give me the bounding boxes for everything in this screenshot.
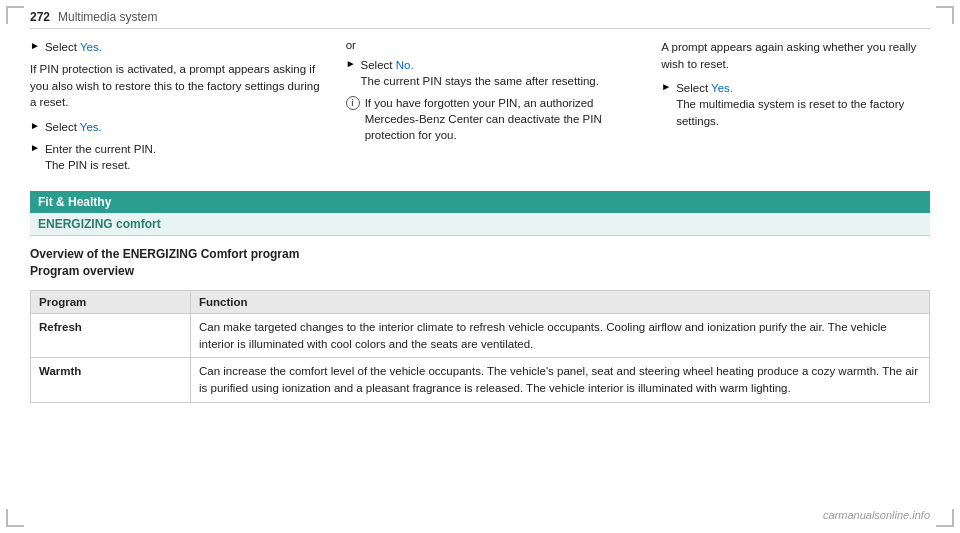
arrow-icon-1: ► bbox=[30, 40, 40, 51]
no-value: No. bbox=[396, 59, 414, 71]
left-enter-pin-text: Enter the current PIN.The PIN is reset. bbox=[45, 141, 156, 173]
right-select-yes-text: Select Yes.The multimedia system is rese… bbox=[676, 80, 930, 128]
energizing-bar: ENERGIZING comfort bbox=[30, 213, 930, 236]
yes-value-2: Yes. bbox=[80, 121, 102, 133]
left-select-yes: ► Select Yes. bbox=[30, 39, 326, 55]
section-title-line2: Program overview bbox=[30, 264, 134, 278]
col-header-program: Program bbox=[31, 290, 191, 313]
section-title-line1: Overview of the ENERGIZING Comfort progr… bbox=[30, 247, 299, 261]
fit-healthy-bar: Fit & Healthy bbox=[30, 191, 930, 213]
left-select-yes2-text: Select Yes. bbox=[45, 119, 102, 135]
corner-mark-bl bbox=[6, 509, 24, 527]
mid-select-no: ► Select No.The current PIN stays the sa… bbox=[346, 57, 642, 89]
arrow-icon-4: ► bbox=[346, 58, 356, 69]
corner-mark-br bbox=[936, 509, 954, 527]
program-table: Program Function Refresh Can make target… bbox=[30, 290, 930, 403]
arrow-icon-5: ► bbox=[661, 81, 671, 92]
function-warmth: Can increase the comfort level of the ve… bbox=[191, 358, 930, 402]
mid-column: or ► Select No.The current PIN stays the… bbox=[346, 39, 642, 179]
left-para1: If PIN protection is activated, a prompt… bbox=[30, 61, 326, 111]
yes-value-1: Yes. bbox=[80, 41, 102, 53]
arrow-icon-3: ► bbox=[30, 142, 40, 153]
three-columns: ► Select Yes. If PIN protection is activ… bbox=[30, 39, 930, 179]
table-body: Refresh Can make targeted changes to the… bbox=[31, 313, 930, 402]
function-refresh: Can make targeted changes to the interio… bbox=[191, 313, 930, 357]
page-number: 272 bbox=[30, 10, 50, 24]
arrow-icon-2: ► bbox=[30, 120, 40, 131]
select-label-1: Select bbox=[45, 41, 77, 53]
main-content: 272 Multimedia system ► Select Yes. If P… bbox=[0, 0, 960, 413]
mid-info-text: If you have forgotten your PIN, an autho… bbox=[365, 95, 642, 143]
section-title: Overview of the ENERGIZING Comfort progr… bbox=[30, 246, 930, 280]
right-select-yes: ► Select Yes.The multimedia system is re… bbox=[661, 80, 930, 128]
right-prompt-text: A prompt appears again asking whether yo… bbox=[661, 39, 930, 72]
mid-info-item: i If you have forgotten your PIN, an aut… bbox=[346, 95, 642, 143]
left-item-enter-pin: ► Enter the current PIN.The PIN is reset… bbox=[30, 141, 326, 173]
left-select-yes-text: Select Yes. bbox=[45, 39, 102, 55]
info-icon: i bbox=[346, 96, 360, 110]
program-warmth: Warmth bbox=[31, 358, 191, 402]
right-yes-value: Yes. bbox=[711, 82, 733, 94]
left-item-select-yes2: ► Select Yes. bbox=[30, 119, 326, 135]
left-column: ► Select Yes. If PIN protection is activ… bbox=[30, 39, 326, 179]
table-row: Refresh Can make targeted changes to the… bbox=[31, 313, 930, 357]
col-header-function: Function bbox=[191, 290, 930, 313]
program-refresh: Refresh bbox=[31, 313, 191, 357]
page-wrapper: 272 Multimedia system ► Select Yes. If P… bbox=[0, 0, 960, 533]
table-row: Warmth Can increase the comfort level of… bbox=[31, 358, 930, 402]
header-line: 272 Multimedia system bbox=[30, 10, 930, 29]
mid-select-no-text: Select No.The current PIN stays the same… bbox=[361, 57, 599, 89]
header-title: Multimedia system bbox=[58, 10, 157, 24]
or-text: or bbox=[346, 39, 642, 51]
footer-watermark: carmanualsonline.info bbox=[823, 509, 930, 521]
table-header-row: Program Function bbox=[31, 290, 930, 313]
right-column: A prompt appears again asking whether yo… bbox=[661, 39, 930, 179]
